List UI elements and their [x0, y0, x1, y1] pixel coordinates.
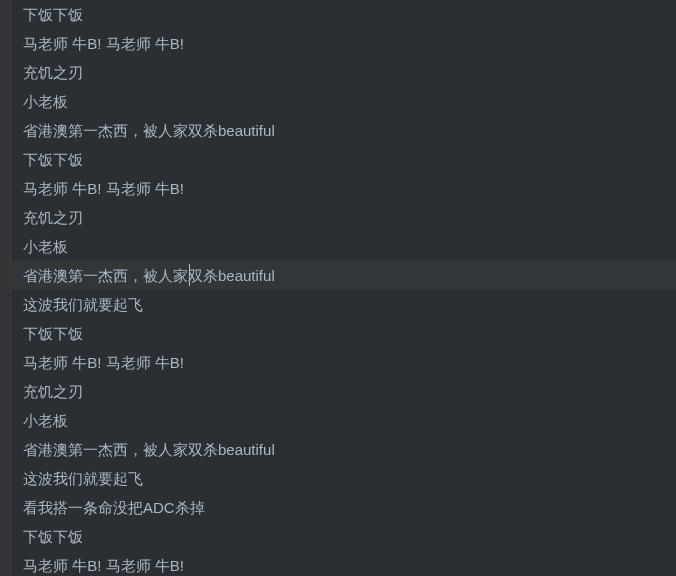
line-text: 充饥之刃	[23, 383, 83, 400]
line-text: 省港澳第一杰西，被人家双杀beautiful	[23, 441, 275, 458]
line-text: 小老板	[23, 412, 68, 429]
line-text: 马老师 牛B! 马老师 牛B!	[23, 557, 184, 574]
editor-line[interactable]: 马老师 牛B! 马老师 牛B!	[12, 348, 676, 377]
line-text: 充饥之刃	[23, 64, 83, 81]
editor-line[interactable]: 小老板	[12, 232, 676, 261]
editor-line[interactable]: 下饭下饭	[12, 522, 676, 551]
line-text: 这波我们就要起飞	[23, 470, 143, 487]
editor-line[interactable]: 充饥之刃	[12, 203, 676, 232]
editor-line[interactable]: 省港澳第一杰西，被人家双杀beautiful	[12, 261, 676, 290]
line-text: 马老师 牛B! 马老师 牛B!	[23, 354, 184, 371]
text-editor[interactable]: 下饭下饭马老师 牛B! 马老师 牛B!充饥之刃小老板省港澳第一杰西，被人家双杀b…	[0, 0, 676, 576]
line-text: 小老板	[23, 238, 68, 255]
editor-line[interactable]: 省港澳第一杰西，被人家双杀beautiful	[12, 435, 676, 464]
line-text: 下饭下饭	[23, 528, 83, 545]
editor-line[interactable]: 小老板	[12, 406, 676, 435]
line-text: 马老师 牛B! 马老师 牛B!	[23, 35, 184, 52]
line-text: 充饥之刃	[23, 209, 83, 226]
editor-line[interactable]: 这波我们就要起飞	[12, 290, 676, 319]
editor-line[interactable]: 充饥之刃	[12, 377, 676, 406]
editor-line[interactable]: 下饭下饭	[12, 145, 676, 174]
text-caret	[189, 264, 190, 286]
editor-gutter	[0, 0, 11, 576]
line-text: 下饭下饭	[23, 151, 83, 168]
line-text: 马老师 牛B! 马老师 牛B!	[23, 180, 184, 197]
editor-line[interactable]: 马老师 牛B! 马老师 牛B!	[12, 29, 676, 58]
line-text: 省港澳第一杰西，被人家双杀beautiful	[23, 267, 275, 284]
editor-line[interactable]: 小老板	[12, 87, 676, 116]
editor-line[interactable]: 下饭下饭	[12, 0, 676, 29]
line-text: 下饭下饭	[23, 6, 83, 23]
editor-line[interactable]: 这波我们就要起飞	[12, 464, 676, 493]
line-text: 小老板	[23, 93, 68, 110]
editor-line[interactable]: 充饥之刃	[12, 58, 676, 87]
line-text: 这波我们就要起飞	[23, 296, 143, 313]
editor-line[interactable]: 看我搭一条命没把ADC杀掉	[12, 493, 676, 522]
editor-line[interactable]: 下饭下饭	[12, 319, 676, 348]
editor-line[interactable]: 马老师 牛B! 马老师 牛B!	[12, 551, 676, 576]
editor-line[interactable]: 马老师 牛B! 马老师 牛B!	[12, 174, 676, 203]
line-text: 看我搭一条命没把ADC杀掉	[23, 499, 205, 516]
line-text: 下饭下饭	[23, 325, 83, 342]
editor-line[interactable]: 省港澳第一杰西，被人家双杀beautiful	[12, 116, 676, 145]
editor-lines[interactable]: 下饭下饭马老师 牛B! 马老师 牛B!充饥之刃小老板省港澳第一杰西，被人家双杀b…	[12, 0, 676, 576]
line-text: 省港澳第一杰西，被人家双杀beautiful	[23, 122, 275, 139]
